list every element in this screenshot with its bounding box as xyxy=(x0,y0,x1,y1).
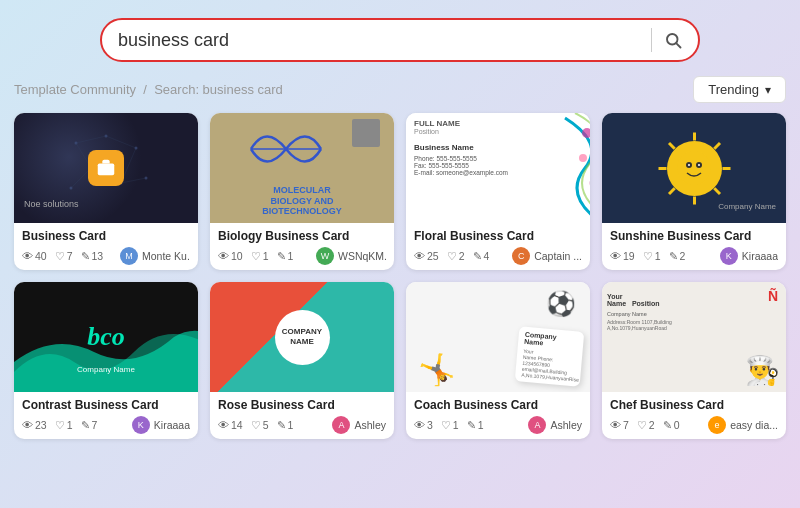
card-title: Contrast Business Card xyxy=(22,398,190,412)
svg-rect-15 xyxy=(98,163,115,175)
card-grid-2: bco Company Name Contrast Business Card … xyxy=(14,282,786,439)
card-info: Business Card 👁40 ♡7 ✎13 MMonte Ku... xyxy=(14,223,198,270)
svg-line-1 xyxy=(676,43,680,47)
trending-label: Trending xyxy=(708,82,759,97)
card-info: Sunshine Business Card 👁19 ♡1 ✎2 KKiraaa… xyxy=(602,223,786,270)
breadcrumb-row: Template Community / Search: business ca… xyxy=(0,76,800,113)
card-thumb-contrast: bco Company Name xyxy=(14,282,198,392)
search-divider xyxy=(651,28,652,52)
card-thumb-sunshine: Company Name xyxy=(602,113,786,223)
bc-company-text: Noe solutions xyxy=(24,199,79,209)
card-meta: 👁10 ♡1 ✎1 WWSNqKM... xyxy=(218,247,386,265)
card-rose[interactable]: COMPANYNAME Rose Business Card 👁14 ♡5 ✎1… xyxy=(210,282,394,439)
card-thumb-chef: Ñ YourName Position Company Name Address… xyxy=(602,282,786,392)
card-meta: 👁19 ♡1 ✎2 KKiraaaa xyxy=(610,247,778,265)
grid-section-2: bco Company Name Contrast Business Card … xyxy=(0,282,800,439)
svg-point-28 xyxy=(677,151,711,185)
search-bar xyxy=(100,18,700,62)
card-thumb-bio: MOLECULARBIOLOGY ANDBIOTECHNOLOGY xyxy=(210,113,394,223)
card-meta: 👁40 ♡7 ✎13 MMonte Ku... xyxy=(22,247,190,265)
card-title: Business Card xyxy=(22,229,190,243)
card-chef[interactable]: Ñ YourName Position Company Name Address… xyxy=(602,282,786,439)
breadcrumb-search: Search: business card xyxy=(154,82,283,97)
svg-point-32 xyxy=(698,164,700,166)
card-floral[interactable]: FULL NAME Position Business Name Phone: … xyxy=(406,113,590,270)
svg-point-19 xyxy=(590,180,591,187)
card-coach[interactable]: ⚽ 🤸 CompanyName YourName Phone:123456789… xyxy=(406,282,590,439)
svg-point-18 xyxy=(579,154,587,162)
card-info: Coach Business Card 👁3 ♡1 ✎1 AAshley xyxy=(406,392,590,439)
card-title: Chef Business Card xyxy=(610,398,778,412)
svg-line-21 xyxy=(714,143,720,149)
card-thumb-coach: ⚽ 🤸 CompanyName YourName Phone:123456789… xyxy=(406,282,590,392)
card-business[interactable]: Noe solutions Business Card 👁40 ♡7 ✎13 M… xyxy=(14,113,198,270)
card-info: Floral Business Card 👁25 ♡2 ✎4 CCaptain … xyxy=(406,223,590,270)
card-meta: 👁14 ♡5 ✎1 AAshley xyxy=(218,416,386,434)
search-input[interactable] xyxy=(118,30,639,51)
card-title: Floral Business Card xyxy=(414,229,582,243)
card-info: Biology Business Card 👁10 ♡1 ✎1 WWSNqKM.… xyxy=(210,223,394,270)
svg-line-9 xyxy=(76,136,106,143)
card-title: Coach Business Card xyxy=(414,398,582,412)
grid-section-1: Noe solutions Business Card 👁40 ♡7 ✎13 M… xyxy=(0,113,800,270)
card-info: Chef Business Card 👁7 ♡2 ✎0 eeasy dia... xyxy=(602,392,786,439)
svg-point-17 xyxy=(582,128,590,138)
breadcrumb: Template Community / Search: business ca… xyxy=(14,82,283,97)
card-thumb-business: Noe solutions xyxy=(14,113,198,223)
svg-line-23 xyxy=(714,188,720,194)
card-title: Rose Business Card xyxy=(218,398,386,412)
breadcrumb-community[interactable]: Template Community xyxy=(14,82,136,97)
card-meta: 👁7 ♡2 ✎0 eeasy dia... xyxy=(610,416,778,434)
svg-line-27 xyxy=(669,143,675,149)
card-meta: 👁23 ♡1 ✎7 KKiraaaa xyxy=(22,416,190,434)
card-title: Sunshine Business Card xyxy=(610,229,778,243)
card-meta: 👁3 ♡1 ✎1 AAshley xyxy=(414,416,582,434)
card-info: Rose Business Card 👁14 ♡5 ✎1 AAshley xyxy=(210,392,394,439)
search-container xyxy=(0,0,800,76)
card-thumb-floral: FULL NAME Position Business Name Phone: … xyxy=(406,113,590,223)
card-thumb-rose: COMPANYNAME xyxy=(210,282,394,392)
card-grid-1: Noe solutions Business Card 👁40 ♡7 ✎13 M… xyxy=(14,113,786,270)
card-meta: 👁25 ♡2 ✎4 CCaptain ... xyxy=(414,247,582,265)
search-button[interactable] xyxy=(664,31,682,49)
svg-line-10 xyxy=(106,136,136,148)
svg-line-25 xyxy=(669,188,675,194)
card-contrast[interactable]: bco Company Name Contrast Business Card … xyxy=(14,282,198,439)
svg-line-14 xyxy=(121,178,146,183)
trending-sort-button[interactable]: Trending xyxy=(693,76,786,103)
breadcrumb-separator: / xyxy=(143,82,147,97)
card-title: Biology Business Card xyxy=(218,229,386,243)
card-biology[interactable]: MOLECULARBIOLOGY ANDBIOTECHNOLOGY Biolog… xyxy=(210,113,394,270)
card-info: Contrast Business Card 👁23 ♡1 ✎7 KKiraaa… xyxy=(14,392,198,439)
svg-point-31 xyxy=(688,164,690,166)
card-sunshine[interactable]: Company Name Sunshine Business Card 👁19 … xyxy=(602,113,786,270)
